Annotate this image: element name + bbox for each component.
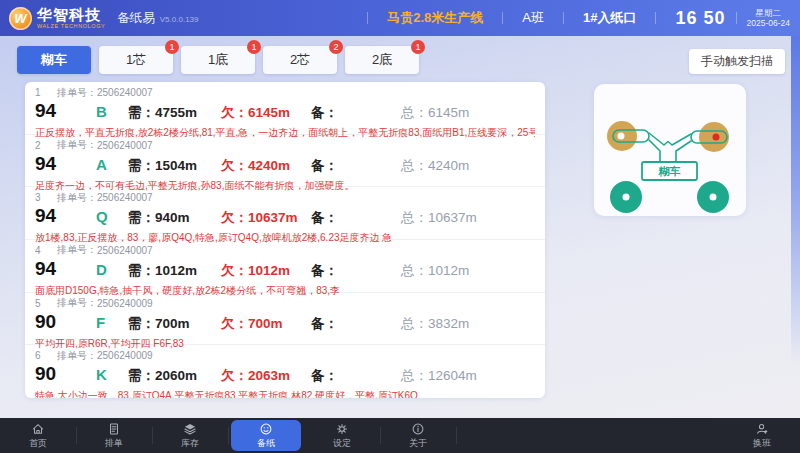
prepared-cell: 备： xyxy=(311,262,401,280)
paper-path-lower-left xyxy=(649,140,660,162)
need-value: 1504m xyxy=(155,158,197,173)
row-index: 1 xyxy=(35,87,57,98)
station-tab[interactable]: 2底 1 xyxy=(345,46,419,74)
tab-badge: 1 xyxy=(247,40,261,54)
paper-grade: K xyxy=(96,366,128,383)
station-tab[interactable]: 2芯 2 xyxy=(263,46,337,74)
paper-width: 90 xyxy=(35,363,96,385)
total-cell: 总：6145m xyxy=(401,104,469,122)
shift-label: A班 xyxy=(522,9,544,27)
tab-label: 糊车 xyxy=(41,51,67,69)
nav-orders[interactable]: 排单 xyxy=(76,418,152,453)
orders-list: 1 排单号： 2506240007 94 B 需：4755m 欠：6145m 备… xyxy=(25,82,545,398)
prepared-cell: 备： xyxy=(311,104,401,122)
need-cell: 需：1012m xyxy=(128,262,221,280)
date: 2025-06-24 xyxy=(747,18,790,28)
header-divider xyxy=(367,12,368,24)
paper-grade: D xyxy=(96,261,128,278)
order-row[interactable]: 4 排单号： 2506240007 94 D 需：1012m 欠：1012m 备… xyxy=(25,240,545,293)
stack-core-left-icon xyxy=(623,194,630,201)
nav-inventory[interactable]: 库存 xyxy=(152,418,228,453)
nav-home[interactable]: 首页 xyxy=(0,418,76,453)
order-no-label: 排单号： xyxy=(57,138,97,152)
order-no-value: 2506240007 xyxy=(97,192,153,203)
nav-paper-prep[interactable]: 备纸 xyxy=(231,420,301,451)
app-header: W 华智科技 WALZE TECHNOLOGY 备纸易 V5.0.0.139 马… xyxy=(0,0,800,36)
layers-icon xyxy=(183,422,197,436)
paper-grade: A xyxy=(96,156,128,173)
header-divider xyxy=(563,12,564,24)
user-switch-icon xyxy=(755,422,769,436)
paper-width: 94 xyxy=(35,100,96,122)
tab-label: 1底 xyxy=(208,51,228,69)
header-status: 马贵2.8米生产线 A班 1#入纸口 16 50 星期二 2025-06-24 xyxy=(348,8,800,29)
need-cell: 需：700m xyxy=(128,315,221,333)
need-value: 1012m xyxy=(155,263,197,278)
tab-label: 2底 xyxy=(372,51,392,69)
brand: W 华智科技 WALZE TECHNOLOGY 备纸易 V5.0.0.139 xyxy=(0,7,198,30)
order-row[interactable]: 3 排单号： 2506240007 94 Q 需：940m 欠：10637m 备… xyxy=(25,187,545,240)
order-row[interactable]: 2 排单号： 2506240007 94 A 需：1504m 欠：4240m 备… xyxy=(25,135,545,188)
main-content: 糊车 1芯 1 1底 1 2芯 2 2底 1 手动触发扫描 1 排单号： 250… xyxy=(0,36,800,418)
owe-cell: 欠：4240m xyxy=(221,157,311,175)
need-value: 4755m xyxy=(155,105,197,120)
app-version: V5.0.0.139 xyxy=(160,15,199,24)
owe-cell: 欠：700m xyxy=(221,315,311,333)
owe-value: 6145m xyxy=(248,105,290,120)
nav-shift-switch[interactable]: 换班 xyxy=(724,418,800,453)
machine-panel: 糊车 xyxy=(594,84,746,216)
station-tab[interactable]: 1底 1 xyxy=(181,46,255,74)
paper-entry-label: 1#入纸口 xyxy=(583,9,636,27)
row-index: 5 xyxy=(35,298,57,309)
header-divider xyxy=(502,12,503,24)
need-value: 2060m xyxy=(155,368,197,383)
need-value: 940m xyxy=(155,210,190,225)
nav-about[interactable]: 关于 xyxy=(380,418,456,453)
total-cell: 总：3832m xyxy=(401,315,469,333)
total-cell: 总：10637m xyxy=(401,209,477,227)
header-divider xyxy=(655,12,656,24)
station-tab[interactable]: 1芯 1 xyxy=(99,46,173,74)
total-value: 10637m xyxy=(428,210,477,225)
owe-value: 2063m xyxy=(248,368,290,383)
roll-core-right-icon xyxy=(713,134,720,141)
order-no-value: 2506240007 xyxy=(97,245,153,256)
owe-value: 1012m xyxy=(248,263,290,278)
total-value: 12604m xyxy=(428,368,477,383)
brand-subtitle: WALZE TECHNOLOGY xyxy=(37,24,105,30)
tab-badge: 2 xyxy=(329,40,343,54)
order-row[interactable]: 5 排单号： 2506240009 90 F 需：700m 欠：700m 备： … xyxy=(25,293,545,346)
prepared-cell: 备： xyxy=(311,367,401,385)
owe-cell: 欠：10637m xyxy=(221,209,311,227)
tab-label: 1芯 xyxy=(126,51,146,69)
paper-grade: Q xyxy=(96,208,128,225)
order-row[interactable]: 6 排单号： 2506240009 90 K 需：2060m 欠：2063m 备… xyxy=(25,345,545,398)
order-note: 特急,大小边一致，83,原订Q4A,平整无折痕83,平整无折痕,林82,硬度好，… xyxy=(35,389,535,398)
owe-cell: 欠：2063m xyxy=(221,367,311,385)
order-no-label: 排单号： xyxy=(57,349,97,363)
paper-path-upper xyxy=(649,133,691,145)
home-icon xyxy=(31,422,45,436)
order-no-value: 2506240009 xyxy=(97,350,153,361)
bottom-nav: 首页 排单 库存 备纸 xyxy=(0,418,800,453)
total-value: 1012m xyxy=(428,263,469,278)
tab-label: 2芯 xyxy=(290,51,310,69)
paper-face-icon xyxy=(259,422,273,436)
app-title: 备纸易 xyxy=(117,10,155,27)
order-row[interactable]: 1 排单号： 2506240007 94 B 需：4755m 欠：6145m 备… xyxy=(25,82,545,135)
prepared-cell: 备： xyxy=(311,315,401,333)
document-icon xyxy=(107,422,121,436)
order-no-label: 排单号： xyxy=(57,86,97,100)
order-no-label: 排单号： xyxy=(57,296,97,310)
nav-settings[interactable]: 设定 xyxy=(304,418,380,453)
manual-scan-button[interactable]: 手动触发扫描 xyxy=(689,49,785,74)
order-no-value: 2506240009 xyxy=(97,298,153,309)
owe-cell: 欠：6145m xyxy=(221,104,311,122)
stack-core-right-icon xyxy=(710,194,717,201)
roll-core-left-icon xyxy=(618,133,625,140)
scroll-gradient-band xyxy=(791,36,800,366)
owe-value: 4240m xyxy=(248,158,290,173)
brand-logo-icon: W xyxy=(9,7,32,30)
paper-width: 90 xyxy=(35,311,96,333)
station-tab[interactable]: 糊车 xyxy=(17,46,91,74)
